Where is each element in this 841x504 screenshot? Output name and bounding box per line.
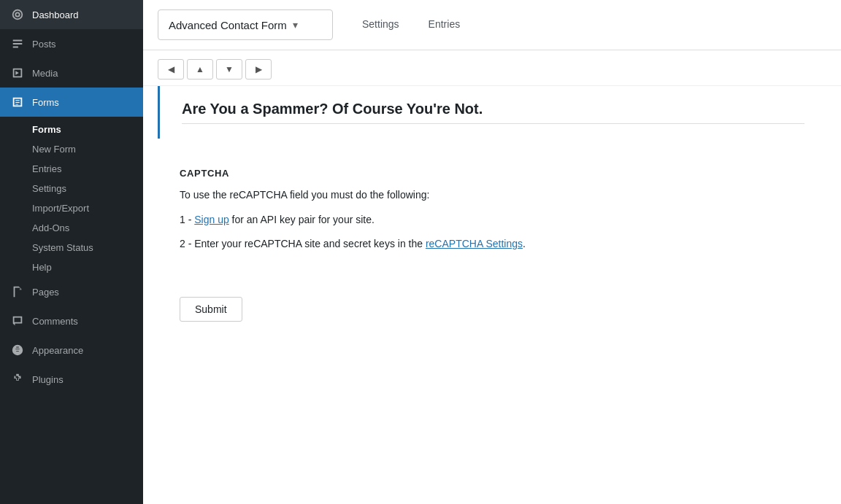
nav-btn-up[interactable]: ▲ (187, 59, 213, 80)
captcha-title: CAPTCHA (180, 168, 804, 179)
sidebar-sub-import-export[interactable]: Import/Export (0, 198, 143, 218)
sidebar-item-posts[interactable]: Posts (0, 29, 143, 58)
nav-btn-down[interactable]: ▼ (216, 59, 242, 80)
section-block: Are You a Spammer? Of Course You're Not. (158, 86, 826, 139)
nav-btn-prev[interactable]: ◀ (158, 59, 184, 80)
sidebar-item-plugins[interactable]: Plugins (0, 365, 143, 394)
captcha-section: CAPTCHA To use the reCAPTCHA field you m… (158, 153, 826, 275)
captcha-step1-prefix: 1 - (180, 214, 194, 225)
sidebar-item-label-appearance: Appearance (32, 345, 83, 356)
pages-icon (10, 284, 25, 299)
sidebar-item-label-media: Media (32, 68, 58, 79)
form-selector-dropdown[interactable]: Advanced Contact Form ▾ (158, 9, 333, 40)
sidebar-sub-new-form[interactable]: New Form (0, 139, 143, 159)
captcha-step2-prefix: 2 - Enter your reCAPTCHA site and secret… (180, 238, 426, 249)
sidebar-item-label-dashboard: Dashboard (32, 9, 79, 20)
sidebar-item-appearance[interactable]: Appearance (0, 336, 143, 365)
appearance-icon (10, 343, 25, 357)
sidebar-item-dashboard[interactable]: Dashboard (0, 0, 143, 29)
sidebar-item-pages[interactable]: Pages (0, 277, 143, 306)
sidebar-item-label-posts: Posts (32, 39, 56, 50)
forms-icon (10, 95, 25, 109)
section-title: Are You a Spammer? Of Course You're Not. (182, 101, 804, 117)
captcha-step1-suffix: for an API key pair for your site. (229, 214, 375, 225)
comments-icon (10, 314, 25, 328)
form-content-area: ◀ ▲ ▼ ▶ Are You a Spammer? Of Course You… (143, 50, 841, 504)
captcha-step-2: 2 - Enter your reCAPTCHA site and secret… (180, 236, 804, 252)
posts-icon (10, 36, 25, 51)
sidebar-item-label-plugins: Plugins (32, 374, 64, 385)
main-content: Advanced Contact Form ▾ Settings Entries… (143, 0, 841, 504)
chevron-down-icon: ▾ (293, 19, 298, 31)
form-selector-name: Advanced Contact Form (169, 19, 287, 31)
captcha-description: To use the reCAPTCHA field you must do t… (180, 189, 804, 201)
forms-submenu: Forms New Form Entries Settings Import/E… (0, 117, 143, 277)
form-nav-buttons: ◀ ▲ ▼ ▶ (143, 50, 841, 86)
sidebar-sub-settings[interactable]: Settings (0, 179, 143, 198)
sidebar-item-label-comments: Comments (32, 316, 78, 327)
sidebar-sub-add-ons[interactable]: Add-Ons (0, 218, 143, 238)
sidebar-sub-entries[interactable]: Entries (0, 159, 143, 179)
submit-button[interactable]: Submit (180, 297, 242, 322)
topbar: Advanced Contact Form ▾ Settings Entries (143, 0, 841, 50)
dashboard-icon (10, 7, 25, 22)
sidebar-item-label-pages: Pages (32, 287, 59, 298)
sidebar-item-media[interactable]: Media (0, 58, 143, 88)
nav-btn-next[interactable]: ▶ (245, 59, 272, 80)
plugins-icon (10, 372, 25, 387)
media-icon (10, 66, 25, 80)
sidebar-sub-help[interactable]: Help (0, 257, 143, 277)
sidebar: Dashboard Posts Media Forms Forms New Fo… (0, 0, 143, 504)
captcha-recaptcha-settings-link[interactable]: reCAPTCHA Settings (426, 238, 523, 249)
tab-navigation: Settings Entries (347, 0, 475, 50)
captcha-step-1: 1 - Sign up for an API key pair for your… (180, 212, 804, 228)
sidebar-sub-system-status[interactable]: System Status (0, 238, 143, 257)
tab-settings[interactable]: Settings (347, 0, 414, 50)
captcha-signup-link[interactable]: Sign up (194, 214, 229, 225)
sidebar-item-comments[interactable]: Comments (0, 306, 143, 336)
captcha-step2-suffix: . (523, 238, 526, 249)
sidebar-item-label-forms: Forms (32, 97, 59, 108)
section-divider (182, 123, 804, 124)
tab-entries[interactable]: Entries (414, 0, 475, 50)
sidebar-item-forms[interactable]: Forms (0, 88, 143, 117)
forms-submenu-label: Forms (0, 117, 143, 139)
submit-section: Submit (158, 282, 826, 336)
